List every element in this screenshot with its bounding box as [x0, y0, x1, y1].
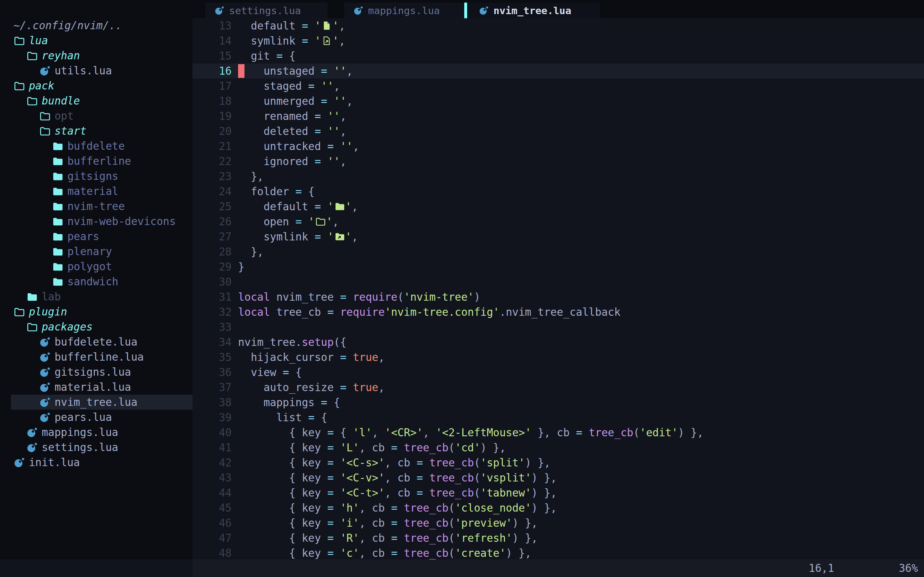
code-line-21[interactable]: 21 untracked = '', — [192, 139, 924, 154]
code-line-47[interactable]: 47 { key = 'R', cb = tree_cb('refresh') … — [192, 530, 924, 546]
tree-item-nvim-tree[interactable]: nvim-tree — [0, 199, 192, 214]
tree-item-sandwich[interactable]: sandwich — [0, 274, 192, 289]
code-line-30[interactable]: 30 — [192, 274, 924, 290]
code-line-29[interactable]: 29} — [192, 259, 924, 274]
lua-icon — [479, 6, 488, 15]
code-line-37[interactable]: 37 auto_resize = true, — [192, 380, 924, 395]
code-line-45[interactable]: 45 { key = 'h', cb = tree_cb('close_node… — [192, 500, 924, 516]
tree-item-nvim-tree-lua[interactable]: nvim_tree.lua — [0, 395, 192, 410]
code-line-44[interactable]: 44 { key = '<C-t>', cb = tree_cb('tabnew… — [192, 485, 924, 500]
code-line-33[interactable]: 33 — [192, 319, 924, 335]
neovim-window: ~/.config/nvim/..luareyhanutils.luapackb… — [0, 0, 924, 577]
tree-item-config-nvim[interactable]: ~/.config/nvim/.. — [0, 18, 192, 33]
folder-icon — [26, 291, 38, 303]
code-line-28[interactable]: 28 }, — [192, 244, 924, 259]
code-line-41[interactable]: 41 { key = 'L', cb = tree_cb('cd') }, — [192, 440, 924, 455]
tree-item-mappings-lua[interactable]: mappings.lua — [0, 425, 192, 440]
code-line-35[interactable]: 35 hijack_cursor = true, — [192, 350, 924, 365]
code-line-13[interactable]: 13 default = '', — [192, 18, 924, 33]
tree-item-label: utils.lua — [55, 64, 112, 77]
tree-item-utils-lua[interactable]: utils.lua — [0, 63, 192, 78]
tab-mappings-lua[interactable]: mappings.lua — [344, 3, 464, 18]
tree-item-plenary[interactable]: plenary — [0, 244, 192, 259]
code-line-36[interactable]: 36 view = { — [192, 365, 924, 380]
code-line-38[interactable]: 38 mappings = { — [192, 395, 924, 410]
code-buffer[interactable]: 13 default = '',14 symlink = '',15 git =… — [192, 18, 924, 561]
tab-label: settings.lua — [229, 5, 301, 16]
tree-item-label: bundle — [42, 95, 80, 107]
tree-item-label: bufdelete.lua — [55, 335, 137, 348]
tree-item-gitsigns[interactable]: gitsigns — [0, 169, 192, 184]
code-line-34[interactable]: 34nvim_tree.setup({ — [192, 335, 924, 350]
statusline: 16,1 36% — [0, 559, 924, 577]
code-line-31[interactable]: 31local nvim_tree = require('nvim-tree') — [192, 290, 924, 305]
statusline-left-segment — [0, 559, 192, 577]
code-line-26[interactable]: 26 open = '', — [192, 214, 924, 229]
tree-item-bufferline-lua[interactable]: bufferline.lua — [0, 350, 192, 364]
tree-item-label: nvim_tree.lua — [55, 396, 137, 408]
tree-item-pack[interactable]: pack — [0, 78, 192, 93]
code-line-46[interactable]: 46 { key = 'i', cb = tree_cb('preview') … — [192, 516, 924, 530]
tree-item-material[interactable]: material — [0, 184, 192, 199]
line-number: 30 — [192, 276, 232, 288]
nvim-tree-sidebar: ~/.config/nvim/..luareyhanutils.luapackb… — [0, 0, 192, 559]
folder-open-icon — [26, 50, 38, 62]
tree-item-bufdelete-lua[interactable]: bufdelete.lua — [0, 334, 192, 350]
tab-settings-lua[interactable]: settings.lua — [205, 3, 328, 18]
tree-item-init-lua[interactable]: init.lua — [0, 455, 192, 470]
code-line-18[interactable]: 18 unmerged = '', — [192, 93, 924, 109]
tree-item-pears[interactable]: pears — [0, 229, 192, 244]
folder-icon — [51, 140, 63, 152]
tree-item-gitsigns-lua[interactable]: gitsigns.lua — [0, 364, 192, 380]
folder-open-icon — [26, 95, 38, 107]
folder-icon — [51, 276, 63, 288]
code-line-20[interactable]: 20 deleted = '', — [192, 124, 924, 139]
code-line-43[interactable]: 43 { key = '<C-v>', cb = tree_cb('vsplit… — [192, 470, 924, 485]
tree-item-pears-lua[interactable]: pears.lua — [0, 410, 192, 425]
code-line-27[interactable]: 27 symlink = '', — [192, 229, 924, 244]
code-line-19[interactable]: 19 renamed = '', — [192, 109, 924, 124]
tree-item-nvim-web-devicons[interactable]: nvim-web-devicons — [0, 214, 192, 229]
code-line-23[interactable]: 23 }, — [192, 169, 924, 184]
tree-item-label: gitsigns.lua — [55, 366, 131, 378]
folder-icon — [51, 170, 63, 182]
tree-item-packages[interactable]: packages — [0, 319, 192, 334]
code-line-48[interactable]: 48 { key = 'c', cb = tree_cb('create') }… — [192, 546, 924, 561]
line-number: 43 — [192, 472, 232, 484]
code-line-42[interactable]: 42 { key = '<C-s>', cb = tree_cb('split'… — [192, 455, 924, 470]
tree-item-bufdelete[interactable]: bufdelete — [0, 139, 192, 153]
lua-icon — [353, 6, 363, 15]
line-number: 36 — [192, 366, 232, 379]
tree-item-polygot[interactable]: polygot — [0, 259, 192, 274]
tree-item-settings-lua[interactable]: settings.lua — [0, 440, 192, 455]
lua-icon — [39, 411, 51, 424]
tree-item-lab[interactable]: lab — [0, 289, 192, 304]
code-line-14[interactable]: 14 symlink = '', — [192, 33, 924, 48]
tree-item-bundle[interactable]: bundle — [0, 93, 192, 108]
line-number: 41 — [192, 442, 232, 454]
code-line-24[interactable]: 24 folder = { — [192, 184, 924, 199]
tree-item-label: gitsigns — [67, 170, 118, 182]
tree-item-label: bufdelete — [67, 140, 125, 152]
code-text: deleted = '', — [232, 125, 347, 137]
code-line-16[interactable]: 16 unstaged = '', — [192, 63, 924, 79]
code-line-32[interactable]: 32local tree_cb = require'nvim-tree.conf… — [192, 305, 924, 319]
tree-item-opt[interactable]: opt — [0, 108, 192, 123]
code-line-17[interactable]: 17 staged = '', — [192, 79, 924, 93]
tree-item-bufferline[interactable]: bufferline — [0, 153, 192, 169]
cursor-position: 16,1 — [809, 559, 834, 577]
code-line-22[interactable]: 22 ignored = '', — [192, 154, 924, 169]
line-number: 40 — [192, 426, 232, 439]
code-text: default = '', — [232, 19, 345, 32]
code-line-15[interactable]: 15 git = { — [192, 48, 924, 63]
code-line-39[interactable]: 39 list = { — [192, 410, 924, 425]
lua-icon — [39, 351, 51, 363]
code-line-25[interactable]: 25 default = '', — [192, 199, 924, 214]
tab-nvim-tree-lua[interactable]: nvim_tree.lua — [464, 3, 600, 18]
tree-item-reyhan[interactable]: reyhan — [0, 48, 192, 63]
tree-item-material-lua[interactable]: material.lua — [0, 380, 192, 395]
tree-item-start[interactable]: start — [0, 123, 192, 139]
tree-item-plugin[interactable]: plugin — [0, 304, 192, 319]
tree-item-lua[interactable]: lua — [0, 33, 192, 48]
code-line-40[interactable]: 40 { key = { 'l', '<CR>', '<2-LeftMouse>… — [192, 425, 924, 440]
